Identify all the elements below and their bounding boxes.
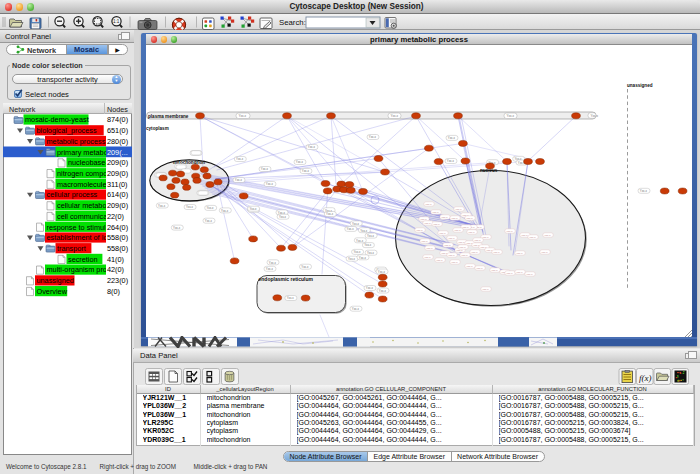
svg-text:biological_process: biological_process [37,126,97,135]
svg-text:Yxx-x: Yxx-x [451,261,458,264]
svg-text:Yxx-x: Yxx-x [482,236,489,239]
svg-text:Yxx-x: Yxx-x [173,226,181,230]
svg-text:Yxx-x: Yxx-x [529,236,536,239]
svg-text:Yxx-x: Yxx-x [541,251,548,254]
svg-text:Yxx-x: Yxx-x [433,223,440,226]
svg-text:Yxx-x: Yxx-x [526,273,533,276]
svg-text:Yxx-x: Yxx-x [207,206,215,210]
svg-text:42(0): 42(0) [107,265,124,274]
svg-text:Yxx-x: Yxx-x [461,254,468,257]
svg-text:22(0): 22(0) [107,212,124,221]
svg-text:Yxx-x: Yxx-x [439,232,446,235]
svg-text:Yxx-x: Yxx-x [516,252,523,255]
svg-text:Yxx-x: Yxx-x [391,114,399,118]
svg-text:Yxx-x: Yxx-x [266,182,274,186]
svg-text:Yxx-x: Yxx-x [302,169,310,173]
svg-text:Yxx-x: Yxx-x [456,249,463,252]
svg-text:Yxx-x: Yxx-x [279,215,287,219]
svg-text:Yxx-x: Yxx-x [482,288,489,291]
svg-text:280(0): 280(0) [107,137,128,146]
svg-text:secretion: secretion [68,255,98,264]
svg-text:response to stimul...: response to stimul... [47,223,112,232]
svg-text:Yxx-x: Yxx-x [326,212,334,216]
svg-text:endoplasmic reticulum: endoplasmic reticulum [259,276,314,282]
svg-text:cytoplasm: cytoplasm [146,126,169,131]
svg-text:metabolic process: metabolic process [47,137,106,146]
svg-text:Yxx-x: Yxx-x [448,136,456,140]
svg-text:Yxx-x: Yxx-x [459,246,466,249]
svg-text:Yxx-x: Yxx-x [369,135,377,139]
svg-text:Overview: Overview [37,287,68,296]
svg-text:Yxx-x: Yxx-x [186,205,194,209]
svg-text:Yxx-x: Yxx-x [544,234,551,237]
svg-text:Yxx-x: Yxx-x [360,229,368,233]
svg-text:Yxx-x: Yxx-x [506,230,513,233]
svg-text:Yxx-x: Yxx-x [367,251,375,255]
svg-text:unassigned: unassigned [627,83,653,88]
svg-text:Yxx-x: Yxx-x [448,237,455,240]
svg-text:Yxx-x: Yxx-x [296,160,304,164]
svg-text:Yxx-x: Yxx-x [426,247,433,250]
svg-text:311(0): 311(0) [107,180,128,189]
svg-text:Yxx-x: Yxx-x [462,226,469,229]
svg-text:Yxx-x: Yxx-x [416,229,423,232]
svg-text:Yxx-x: Yxx-x [521,234,528,237]
svg-text:Yxx-x: Yxx-x [366,286,374,290]
svg-text:Yxx-x: Yxx-x [158,204,166,208]
svg-text:Yxx-x: Yxx-x [421,240,428,243]
svg-text:Yxx-x: Yxx-x [466,217,473,220]
svg-text:Yxx-x: Yxx-x [261,167,269,171]
svg-text:Yxx-x: Yxx-x [432,211,439,214]
svg-text:Yxx-x: Yxx-x [287,296,295,300]
svg-text:558(0): 558(0) [107,233,128,242]
svg-text:Yxx-x: Yxx-x [493,251,500,254]
svg-text:209(0): 209(0) [107,201,128,210]
svg-text:Yxx-x: Yxx-x [347,227,355,231]
svg-text:Yxx-x: Yxx-x [249,207,257,211]
svg-text:Yxx-x: Yxx-x [424,222,431,225]
svg-text:Yxx-x: Yxx-x [516,271,523,274]
svg-text:Yxx-x: Yxx-x [591,114,599,118]
svg-text:209(0): 209(0) [107,169,128,178]
svg-text:Yxx-x: Yxx-x [454,229,461,232]
svg-text:Yxx-x: Yxx-x [640,189,648,193]
svg-text:874(0): 874(0) [107,115,128,124]
svg-text:8(0): 8(0) [107,287,120,296]
svg-text:Yxx-x: Yxx-x [458,241,465,244]
svg-text:Yxx-x: Yxx-x [205,219,213,223]
svg-text:transport: transport [57,244,86,253]
svg-text:Yxx-x: Yxx-x [507,114,515,118]
svg-text:Yxx-x: Yxx-x [436,259,443,262]
svg-text:209(0): 209(0) [107,158,128,167]
svg-text:Yxx-x: Yxx-x [447,159,455,163]
svg-text:plasma membrane: plasma membrane [148,114,189,119]
svg-text:614(0): 614(0) [107,190,128,199]
svg-text:Yxx-x: Yxx-x [269,261,277,265]
svg-text:mosaic-demo-yeast: mosaic-demo-yeast [25,115,89,124]
svg-text:Yxx-x: Yxx-x [441,216,448,219]
svg-text:264(0): 264(0) [107,223,128,232]
svg-text:Yxx-x: Yxx-x [359,256,367,260]
svg-text:Yxx-x: Yxx-x [444,244,451,247]
svg-text:Yxx-x: Yxx-x [476,267,483,270]
svg-text:Yxx-x: Yxx-x [364,243,372,247]
svg-text:41(0): 41(0) [107,255,124,264]
svg-text:Yxx-x: Yxx-x [367,234,375,238]
svg-text:establishment of lo...: establishment of lo... [47,233,114,242]
svg-text:f(x): f(x) [639,373,652,383]
svg-text:Yxx-x: Yxx-x [466,265,473,268]
svg-text:Yxx-x: Yxx-x [236,157,244,161]
svg-text:Yxx-x: Yxx-x [239,114,247,118]
svg-text:223(0): 223(0) [107,276,128,285]
svg-text:Yxx-x: Yxx-x [471,251,478,254]
svg-text:Yxx-x: Yxx-x [455,208,462,211]
svg-text:Yxx-x: Yxx-x [491,269,498,272]
svg-text:cellular process: cellular process [47,190,98,199]
svg-text:209(...: 209(... [107,148,128,157]
svg-text:Yxx-x: Yxx-x [301,265,309,269]
svg-text:Yxx-x: Yxx-x [425,203,432,206]
svg-text:Yxx-x: Yxx-x [352,222,360,226]
svg-text:Yxx-x: Yxx-x [448,254,455,257]
svg-text:Yxx-x: Yxx-x [353,250,361,254]
svg-text:Yxx-x: Yxx-x [506,272,513,275]
